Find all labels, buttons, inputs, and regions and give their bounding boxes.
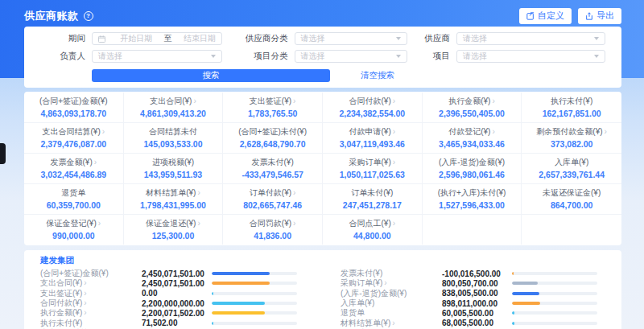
metric-bar	[512, 322, 597, 325]
metric-row[interactable]: 材料结算单(¥)›68,005,500.00	[341, 318, 605, 327]
project-select[interactable]: 请选择	[456, 50, 605, 63]
end-date-placeholder: 结束日期	[184, 33, 216, 44]
stat-value: 2,596,980,061.46	[424, 170, 520, 179]
customize-button[interactable]: 自定义	[519, 8, 572, 24]
metric-row: (合同+签证)金额(¥)2,450,071,501.00	[40, 269, 305, 278]
stat-value: 4,861,309,413.20	[126, 109, 221, 118]
start-date-placeholder: 开始日期	[120, 33, 152, 44]
supplier-category-select[interactable]: 请选择	[295, 32, 407, 45]
stat-label: (合同+签证)金额(¥)	[26, 96, 122, 107]
export-button[interactable]: 导出	[578, 8, 621, 24]
page-header: 供应商账款 ? 自定义 导出	[24, 7, 621, 24]
stat-value: 1,527,596,433.00	[424, 200, 520, 210]
stat-label: 进项税额(¥)	[126, 157, 221, 168]
project-label: 项目	[423, 51, 450, 62]
stat-value: 41,836.00	[225, 231, 320, 241]
supplier-category-label: 供应商分类	[238, 33, 288, 44]
stat-label: 付款申请(¥)›	[324, 126, 420, 138]
stat-label: 支出合同结算(¥)›	[26, 126, 122, 138]
stat-card[interactable]: 支出签证(¥)›1,783,765.50	[223, 93, 323, 123]
chevron-right-icon: ›	[197, 188, 200, 197]
date-range-input[interactable]: 开始日期 至 结束日期	[92, 32, 222, 45]
metrics-column-right: 发票未付(¥)-100,016,500.00采购订单(¥)›800,050,70…	[341, 269, 605, 329]
owner-select[interactable]: 请选择	[92, 50, 222, 63]
export-icon	[585, 12, 593, 20]
stat-value: 145,093,533.00	[126, 139, 221, 149]
stat-label: 执行金额(¥)›	[424, 96, 520, 107]
sidebar-collapse-handle[interactable]	[0, 143, 6, 164]
metric-row[interactable]: 采购订单(¥)›800,050,700.00	[341, 278, 605, 288]
stat-card[interactable]: 合同付款(¥)›2,234,382,554.00	[323, 93, 423, 123]
metric-bar	[512, 272, 597, 275]
stat-value: 3,047,119,493.46	[324, 139, 420, 149]
stat-label: 合同点工(¥)›	[324, 218, 420, 229]
stat-value: 3,032,454,486.89	[26, 170, 122, 179]
stat-card[interactable]: 保证金登记(¥)›990,000.00	[24, 215, 124, 245]
stat-value: 2,657,339,761.44	[523, 170, 620, 179]
metric-row[interactable]: 执行金额(¥)›2,200,071,502.00	[40, 308, 305, 318]
stat-card[interactable]: 合同点工(¥)›44,800.00	[323, 215, 423, 245]
page-title: 供应商账款	[24, 9, 79, 23]
stat-card[interactable]: 保证金退还(¥)›125,300.00	[124, 215, 224, 245]
stat-value: 2,628,648,790.70	[225, 139, 320, 149]
chevron-right-icon: ›	[384, 278, 386, 287]
chevron-down-icon	[211, 55, 216, 58]
stat-card[interactable]: 执行金额(¥)›2,396,550,405.00	[423, 93, 522, 123]
stat-card[interactable]: 发票金额(¥)›3,032,454,486.89	[24, 154, 124, 184]
metric-row[interactable]: 支出签证(¥)›0.00	[40, 289, 305, 298]
chevron-right-icon: ›	[84, 289, 86, 298]
metric-row[interactable]: 合同付款(¥)›2,200,000,000.00	[40, 298, 305, 308]
clear-search-link[interactable]: 清空搜索	[361, 70, 394, 81]
group-name-link[interactable]: 建发集团	[40, 255, 74, 266]
stat-label: 支出合同(¥)›	[126, 96, 221, 107]
chevron-right-icon: ›	[197, 219, 200, 228]
metric-row: 入库单(¥)898,011,000.00	[341, 298, 605, 308]
metric-bar	[512, 292, 597, 295]
edit-icon	[526, 12, 535, 20]
stat-card[interactable]: 付款登记(¥)›3,465,934,033.46	[423, 123, 522, 154]
stat-card-empty	[423, 215, 522, 245]
stat-card[interactable]: 合同罚款(¥)›41,836.00	[223, 215, 323, 245]
stats-grid: (合同+签证)金额(¥)4,863,093,178.70支出合同(¥)›4,86…	[24, 93, 621, 245]
stat-card[interactable]: 付款申请(¥)›3,047,119,493.46	[323, 123, 423, 154]
metric-bar	[512, 302, 597, 305]
chevron-right-icon: ›	[193, 97, 196, 105]
metric-bar-fill	[212, 322, 213, 325]
stat-value: 162,167,851.00	[523, 109, 620, 118]
supplier-select[interactable]: 请选择	[456, 32, 605, 45]
metric-row[interactable]: 支出合同(¥)›2,450,071,501.00	[40, 278, 305, 288]
stat-label: 采购订单(¥)›	[324, 157, 420, 168]
stat-card[interactable]: 采购订单(¥)›1,050,117,025.63	[323, 154, 423, 184]
chevron-right-icon: ›	[392, 319, 394, 327]
metric-value: 71,502.00	[142, 319, 178, 327]
stat-card: 发票未付(¥)-433,479,546.57	[223, 154, 323, 184]
metric-row: (入库-退货)金额(¥)838,005,500.00	[341, 289, 605, 298]
metric-bar	[212, 292, 297, 295]
metric-value: 898,011,000.00	[442, 299, 497, 308]
stat-card: 退货单60,359,700.00	[24, 184, 124, 215]
stat-label: 合同罚款(¥)›	[225, 218, 320, 229]
stat-card: (入库-退货)金额(¥)2,596,980,061.46	[423, 154, 522, 184]
search-button[interactable]: 搜索	[92, 69, 330, 82]
date-to-label: 至	[164, 33, 172, 44]
help-icon[interactable]: ?	[84, 11, 93, 21]
chevron-down-icon	[594, 55, 599, 58]
stat-label: (执行+入库)未付(¥)	[424, 187, 520, 199]
metric-bar	[212, 311, 297, 315]
stat-card: 未返还保证金(¥)864,700.00	[522, 184, 621, 215]
metric-row: 退货单60,005,500.00	[341, 308, 605, 318]
stat-card[interactable]: 剩余预付款金额(¥)›373,082.00	[522, 123, 621, 154]
stat-card: (合同+签证)未付(¥)2,628,648,790.70	[223, 123, 323, 154]
stat-label: 订单未付(¥)	[324, 187, 420, 199]
stat-label: 支出签证(¥)›	[225, 96, 320, 107]
chevron-down-icon	[396, 55, 401, 58]
stat-card[interactable]: 支出合同(¥)›4,861,309,413.20	[124, 93, 224, 123]
project-category-select[interactable]: 请选择	[295, 50, 407, 63]
supplier-label: 供应商	[423, 33, 450, 44]
stat-label: 合同付款(¥)›	[324, 96, 420, 107]
stat-label: 订单付款(¥)›	[225, 187, 320, 199]
stat-card[interactable]: 订单付款(¥)›802,665,747.46	[223, 184, 323, 215]
chevron-right-icon: ›	[293, 188, 295, 197]
stat-card[interactable]: 材料结算单(¥)›1,798,431,995.00	[124, 184, 224, 215]
stat-card[interactable]: 支出合同结算(¥)›2,379,476,087.00	[24, 123, 124, 154]
